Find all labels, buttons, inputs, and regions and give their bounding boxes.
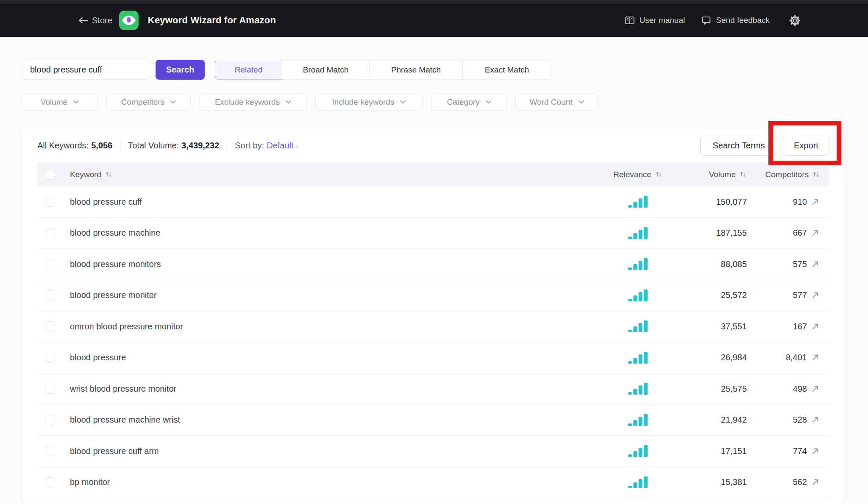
keyword-cell: blood pressure machine [65, 228, 595, 238]
keywords-table: Keyword Relevance Volume [37, 162, 829, 498]
keyword-cell: bp monitor [65, 477, 595, 487]
send-feedback-link[interactable]: Send feedback [701, 15, 770, 26]
results-stats: All Keywords:5,056 Total Volume:3,439,23… [37, 140, 299, 151]
chevron-down-icon [486, 100, 491, 104]
relevance-cell [595, 383, 680, 395]
chevron-down-icon [579, 100, 584, 104]
row-checkbox[interactable] [45, 197, 55, 207]
sort-icon [655, 171, 662, 178]
row-checkbox[interactable] [45, 384, 55, 394]
table-row: blood pressure machine wrist 21,942 528 [37, 405, 829, 436]
volume-cell: 88,085 [680, 259, 747, 269]
keyword-cell: omron blood pressure monitor [65, 322, 595, 331]
relevance-bars-icon [628, 383, 648, 395]
sort-by: Sort by:Default↓ [235, 141, 299, 150]
row-checkbox[interactable] [45, 228, 55, 238]
search-input[interactable] [22, 60, 150, 80]
back-to-store-link[interactable]: Store [78, 16, 112, 25]
keyword-cell: blood pressure monitors [65, 259, 595, 269]
column-header-competitors[interactable]: Competitors [747, 170, 829, 179]
relevance-cell [595, 445, 680, 457]
back-arrow-icon [78, 17, 88, 24]
send-feedback-label: Send feedback [716, 16, 770, 25]
competitors-cell: 167 [747, 322, 829, 331]
external-link-icon[interactable] [811, 291, 820, 300]
keyword-cell: blood pressure cuff arm [65, 446, 595, 456]
competitors-cell: 562 [747, 477, 829, 487]
relevance-bars-icon [628, 320, 648, 332]
column-header-keyword[interactable]: Keyword [65, 170, 595, 179]
volume-cell: 17,151 [680, 446, 747, 456]
external-link-icon[interactable] [811, 415, 820, 424]
volume-cell: 25,572 [680, 290, 747, 300]
volume-cell: 15,381 [680, 477, 747, 487]
user-manual-link[interactable]: User manual [624, 15, 685, 26]
search-button[interactable]: Search [156, 60, 205, 80]
competitors-cell: 577 [747, 290, 829, 300]
external-link-icon[interactable] [811, 228, 820, 237]
external-link-icon[interactable] [811, 198, 820, 206]
tab-phrase-match[interactable]: Phrase Match [369, 60, 463, 80]
row-checkbox[interactable] [45, 259, 55, 269]
column-header-relevance[interactable]: Relevance [595, 170, 680, 179]
sort-by-value[interactable]: Default [267, 141, 293, 150]
volume-cell: 150,077 [680, 197, 747, 207]
external-link-icon[interactable] [811, 353, 820, 362]
table-row: blood pressure cuff 150,077 910 [37, 187, 829, 218]
filter-exclude-keywords[interactable]: Exclude keywords [200, 94, 306, 111]
user-manual-label: User manual [640, 16, 685, 25]
filters-row: Volume Competitors Exclude keywords Incl… [22, 94, 868, 111]
relevance-bars-icon [628, 227, 648, 239]
external-link-icon[interactable] [811, 478, 820, 487]
table-header: Keyword Relevance Volume [37, 162, 829, 187]
row-checkbox[interactable] [45, 321, 55, 331]
row-checkbox[interactable] [45, 353, 55, 363]
relevance-cell [595, 196, 680, 208]
book-icon [624, 15, 635, 26]
chevron-down-icon [170, 100, 176, 104]
relevance-bars-icon [628, 352, 648, 364]
export-button[interactable]: Export [783, 136, 829, 156]
divider [227, 140, 227, 151]
table-row: blood pressure monitors 88,085 575 [37, 249, 829, 280]
filter-category[interactable]: Category [431, 94, 506, 111]
chevron-down-icon [286, 100, 291, 104]
filter-volume[interactable]: Volume [22, 94, 97, 111]
table-row: blood pressure monitor 25,572 577 [37, 280, 829, 312]
row-checkbox[interactable] [45, 415, 55, 425]
tab-broad-match[interactable]: Broad Match [282, 60, 370, 80]
row-checkbox[interactable] [45, 290, 55, 301]
filter-include-keywords[interactable]: Include keywords [315, 94, 423, 111]
settings-gear-icon[interactable] [789, 14, 801, 27]
tab-exact-match[interactable]: Exact Match [462, 60, 551, 80]
external-link-icon[interactable] [811, 260, 820, 269]
competitors-cell: 498 [747, 384, 829, 394]
keyword-cell: blood pressure cuff [65, 197, 595, 207]
keyword-cell: blood pressure monitor [65, 290, 595, 300]
table-row: wrist blood pressure monitor 25,575 498 [37, 373, 829, 405]
relevance-cell [595, 290, 680, 301]
row-checkbox[interactable] [45, 477, 55, 487]
external-link-icon[interactable] [811, 322, 820, 331]
total-volume-value: 3,439,232 [181, 141, 219, 150]
external-link-icon[interactable] [811, 447, 820, 456]
volume-cell: 37,551 [680, 322, 747, 331]
select-all-checkbox[interactable] [45, 170, 55, 180]
competitors-cell: 667 [747, 228, 829, 238]
app-header: Store Keyword Wizard for Amazon User man… [0, 0, 868, 37]
row-checkbox[interactable] [45, 446, 55, 456]
relevance-bars-icon [628, 445, 648, 457]
chevron-down-icon [400, 100, 406, 104]
external-link-icon[interactable] [811, 384, 820, 393]
app-title: Keyword Wizard for Amazon [148, 15, 276, 26]
keyword-cell: blood pressure machine wrist [65, 415, 595, 425]
relevance-cell [595, 320, 680, 332]
sort-icon [812, 171, 820, 178]
filter-word-count[interactable]: Word Count [515, 94, 598, 111]
search-terms-button[interactable]: Search Terms [700, 136, 777, 156]
competitors-cell: 575 [747, 259, 829, 269]
tab-related[interactable]: Related [215, 60, 282, 80]
filter-competitors[interactable]: Competitors [106, 94, 191, 111]
feedback-bubble-icon [701, 15, 712, 26]
column-header-volume[interactable]: Volume [680, 170, 747, 179]
